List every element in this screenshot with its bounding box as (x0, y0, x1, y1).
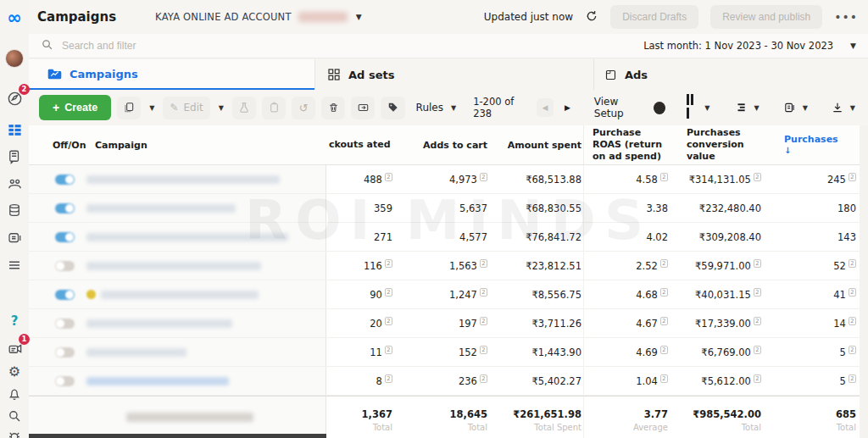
table-row[interactable]: 822362₹5,402.271.042₹5,612.00252 (29, 367, 860, 396)
cell-adds-to-cart: 5,637 (394, 194, 489, 222)
campaign-name-redacted[interactable] (101, 291, 259, 299)
tab-ad-sets[interactable]: Ad sets (314, 59, 593, 90)
cell-adds-to-cart: 1522 (394, 338, 489, 366)
announcements-icon[interactable]: 1 (0, 337, 29, 359)
prev-page-button[interactable]: ◀ (537, 98, 554, 117)
review-publish-button[interactable]: Review and publish (710, 5, 822, 29)
table-row[interactable]: 9021,2472₹8,556.754.682₹40,031.152412 (29, 280, 860, 309)
header-purchases-sorted[interactable]: Purchases ↓ (763, 125, 860, 164)
audiences-icon[interactable] (0, 173, 29, 195)
tag-button[interactable] (381, 97, 404, 119)
create-button[interactable]: + Create (39, 95, 111, 120)
header-campaign[interactable]: Campaign (85, 125, 326, 164)
export-button[interactable] (351, 97, 375, 119)
header-checkouts-initiated-clipped[interactable]: ckouts ated (326, 125, 394, 164)
header-purchase-roas[interactable]: Purchase ROAS (return on ad spend) (583, 125, 670, 164)
campaign-toggle[interactable] (55, 232, 75, 242)
breakdown-dropdown[interactable]: ▼ (734, 102, 762, 114)
columns-dropdown[interactable]: ▼ (687, 94, 712, 121)
refresh-icon (585, 9, 598, 23)
table-row[interactable]: 11621,5632₹23,812.512.522₹59,971.002522 (29, 252, 860, 280)
undo-button[interactable]: ↺ (292, 97, 315, 119)
magnifier-icon (7, 408, 22, 424)
ad-account-selector[interactable]: KAYA ONLINE AD ACCOUNT ▼ (155, 11, 361, 23)
cell-roas: 4.672 (583, 309, 670, 337)
table-row[interactable]: 3595,637₹68,830.553.38₹232,480.40180 (29, 194, 860, 223)
copy-button[interactable] (262, 97, 286, 119)
campaign-toggle[interactable] (55, 319, 75, 329)
search-sidebar-icon[interactable] (0, 405, 29, 427)
attribution-marker-icon: 2 (385, 288, 392, 297)
avatar[interactable] (0, 47, 29, 69)
header-purchases-conversion-value[interactable]: Purchases conversion value (670, 125, 763, 164)
campaign-name-redacted[interactable] (86, 175, 280, 184)
chevron-down-icon: ▼ (800, 104, 810, 112)
campaign-toggle[interactable] (55, 203, 75, 213)
ab-test-button[interactable] (232, 97, 256, 119)
campaign-toggle[interactable] (55, 376, 75, 386)
download-icon (832, 102, 843, 114)
sidebar-item-campaigns[interactable] (0, 119, 29, 141)
campaigns-table-icon (7, 122, 23, 138)
tab-ads[interactable]: Ads (593, 59, 868, 90)
campaign-name-redacted[interactable] (86, 233, 288, 241)
duplicate-dropdown-caret[interactable]: ▼ (147, 104, 157, 112)
export-table-dropdown[interactable]: ▼ (832, 102, 858, 114)
all-tools-icon[interactable] (0, 254, 29, 276)
total-conversion-value: ₹985,542.00 Total (670, 396, 763, 438)
next-page-button[interactable]: ▶ (559, 98, 576, 117)
rules-dropdown[interactable]: Rules ▼ (416, 102, 459, 114)
refresh-button[interactable] (585, 9, 598, 25)
attribution-marker-icon: 2 (849, 259, 856, 268)
cell-adds-to-cart: 1,5632 (394, 252, 489, 280)
billing-icon[interactable] (0, 199, 29, 221)
cell-conv-value: ₹5,612.002 (670, 367, 763, 395)
more-options-icon[interactable]: ••• (834, 10, 858, 24)
date-range-selector[interactable]: Last month: 1 Nov 2023 - 30 Nov 2023 ▼ (643, 40, 868, 52)
row-frozen-cells (29, 309, 326, 337)
campaign-toggle[interactable] (55, 175, 75, 185)
ads-reporting-icon[interactable] (0, 146, 29, 168)
attribution-marker-icon: 2 (385, 317, 392, 325)
edit-button[interactable]: ✎ Edit (163, 97, 209, 119)
actions-toolbar: + Create ▼ ✎ Edit ▼ ↺ Rules ▼ (29, 90, 868, 125)
campaign-toggle[interactable] (55, 290, 75, 300)
campaign-toggle[interactable] (55, 261, 75, 271)
header-adds-to-cart[interactable]: Adds to cart (394, 125, 489, 164)
cell-roas: 1.042 (583, 367, 670, 395)
table-row[interactable]: 2714,577₹76,841.724.02₹309,208.40143 (29, 223, 860, 252)
table-row[interactable]: 2021972₹3,711.264.672₹17,339.002142 (29, 309, 860, 338)
attribution-marker-icon: 2 (480, 173, 487, 181)
account-overview-icon[interactable]: 2 (0, 87, 29, 109)
duplicate-button[interactable] (117, 97, 141, 119)
cell-purchases: 52 (763, 367, 860, 395)
cell-amount-spent: ₹1,443.90 (489, 338, 583, 366)
campaign-toggle[interactable] (55, 347, 75, 358)
campaign-name-redacted[interactable] (86, 348, 186, 357)
attribution-marker-icon: 2 (849, 374, 856, 383)
help-icon[interactable]: ? (0, 310, 29, 332)
discard-drafts-button[interactable]: Discard Drafts (610, 5, 698, 29)
tab-campaigns[interactable]: Campaigns (29, 59, 314, 90)
table-row[interactable]: 1121522₹1,443.904.692₹6,769.00252 (29, 338, 860, 367)
reports-dropdown[interactable]: ▼ (783, 102, 810, 114)
campaign-name-redacted[interactable] (86, 377, 229, 385)
cell-amount-spent: ₹23,812.51 (489, 252, 583, 280)
bug-report-icon[interactable] (0, 427, 29, 438)
campaign-name-redacted[interactable] (86, 262, 261, 270)
notifications-icon[interactable] (0, 383, 29, 405)
total-checkouts: 1,367 Total (326, 396, 394, 438)
search-input[interactable] (62, 40, 316, 52)
edit-dropdown-caret[interactable]: ▼ (216, 104, 226, 112)
vertical-scrollbar-track[interactable] (860, 125, 868, 438)
campaign-name-redacted[interactable] (86, 204, 236, 213)
settings-icon[interactable]: ⚙ (0, 361, 29, 383)
header-amount-spent[interactable]: Amount spent (489, 125, 583, 164)
meta-logo-icon[interactable]: ∞ (0, 7, 29, 29)
campaign-name-redacted[interactable] (86, 319, 232, 328)
delete-button[interactable] (321, 97, 345, 119)
horizontal-scrollbar-thumb[interactable] (29, 434, 326, 438)
events-manager-icon[interactable] (0, 227, 29, 249)
view-setup-toggle[interactable]: View Setup (594, 96, 666, 119)
table-row[interactable]: 48824,9732₹68,513.884.582₹314,131.052245… (29, 165, 860, 194)
